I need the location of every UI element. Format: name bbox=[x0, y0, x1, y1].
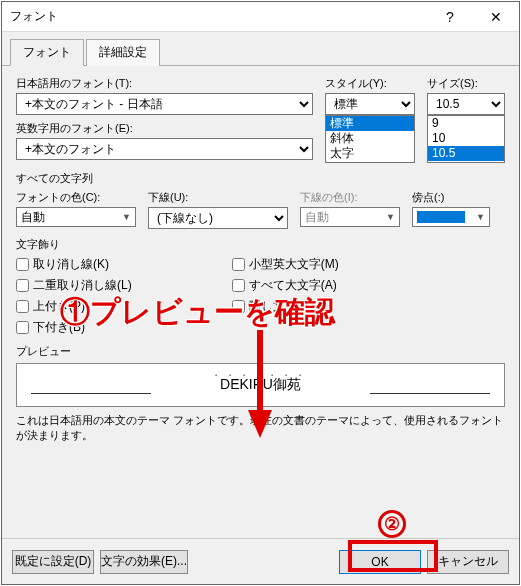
check-dstrike[interactable]: 二重取り消し線(L) bbox=[16, 277, 132, 294]
list-item[interactable]: 10 bbox=[428, 131, 504, 146]
list-item[interactable]: 標準 bbox=[326, 116, 414, 131]
font-dialog: フォント ? ✕ フォント 詳細設定 日本語用のフォント(T): +本文のフォン… bbox=[1, 1, 520, 585]
size-listbox[interactable]: 9 10 10.5 bbox=[427, 115, 505, 163]
en-font-select[interactable]: +本文のフォント bbox=[16, 138, 313, 160]
svg-marker-1 bbox=[248, 410, 272, 438]
check-sub[interactable]: 下付き(B) bbox=[16, 319, 132, 336]
size-select[interactable]: 10.5 bbox=[427, 93, 505, 115]
close-button[interactable]: ✕ bbox=[473, 2, 519, 32]
emphasis-label: 傍点(:) bbox=[412, 190, 490, 205]
size-label: サイズ(S): bbox=[427, 76, 505, 91]
check-strike[interactable]: 取り消し線(K) bbox=[16, 256, 132, 273]
help-button[interactable]: ? bbox=[427, 2, 473, 32]
font-color-label: フォントの色(C): bbox=[16, 190, 136, 205]
jp-font-select[interactable]: +本文のフォント - 日本語 bbox=[16, 93, 313, 115]
style-listbox[interactable]: 標準 斜体 太字 bbox=[325, 115, 415, 163]
cancel-button[interactable]: キャンセル bbox=[427, 550, 509, 574]
dialog-body: 日本語用のフォント(T): +本文のフォント - 日本語 英数字用のフォント(E… bbox=[2, 66, 519, 538]
tab-advanced[interactable]: 詳細設定 bbox=[86, 39, 160, 66]
list-item[interactable]: 斜体 bbox=[326, 131, 414, 146]
jp-font-label: 日本語用のフォント(T): bbox=[16, 76, 313, 91]
list-item[interactable]: 10.5 bbox=[428, 146, 504, 161]
en-font-label: 英数字用のフォント(E): bbox=[16, 121, 313, 136]
decoration-label: 文字飾り bbox=[16, 237, 505, 252]
underline-color-label: 下線の色(I): bbox=[300, 190, 400, 205]
all-text-label: すべての文字列 bbox=[16, 171, 505, 186]
window-title: フォント bbox=[10, 8, 58, 25]
tab-font[interactable]: フォント bbox=[10, 39, 84, 66]
decoration-checks: 取り消し線(K) 二重取り消し線(L) 上付き(P) 下付き(B) 小型英大文字… bbox=[16, 256, 505, 336]
dialog-footer: 既定に設定(D) 文字の効果(E)... OK キャンセル bbox=[2, 538, 519, 584]
style-label: スタイル(Y): bbox=[325, 76, 415, 91]
annotation-arrow bbox=[245, 330, 275, 440]
set-default-button[interactable]: 既定に設定(D) bbox=[12, 550, 94, 574]
emphasis-select[interactable]: ▼ bbox=[412, 207, 490, 227]
underline-color-select: 自動▼ bbox=[300, 207, 400, 227]
list-item[interactable]: 太字 bbox=[326, 146, 414, 161]
check-smallcaps[interactable]: 小型英大文字(M) bbox=[232, 256, 339, 273]
underline-label: 下線(U): bbox=[148, 190, 288, 205]
list-item[interactable]: 9 bbox=[428, 116, 504, 131]
check-sup[interactable]: 上付き(P) bbox=[16, 298, 132, 315]
underline-select[interactable]: (下線なし) bbox=[148, 207, 288, 229]
annotation-ok-highlight bbox=[348, 540, 438, 572]
text-effects-button[interactable]: 文字の効果(E)... bbox=[100, 550, 188, 574]
tab-bar: フォント 詳細設定 bbox=[2, 32, 519, 66]
titlebar: フォント ? ✕ bbox=[2, 2, 519, 32]
font-color-select[interactable]: 自動▼ bbox=[16, 207, 136, 227]
check-allcaps[interactable]: すべて大文字(A) bbox=[232, 277, 339, 294]
check-hidden[interactable]: 隠し文字(H) bbox=[232, 298, 339, 315]
style-select[interactable]: 標準 bbox=[325, 93, 415, 115]
